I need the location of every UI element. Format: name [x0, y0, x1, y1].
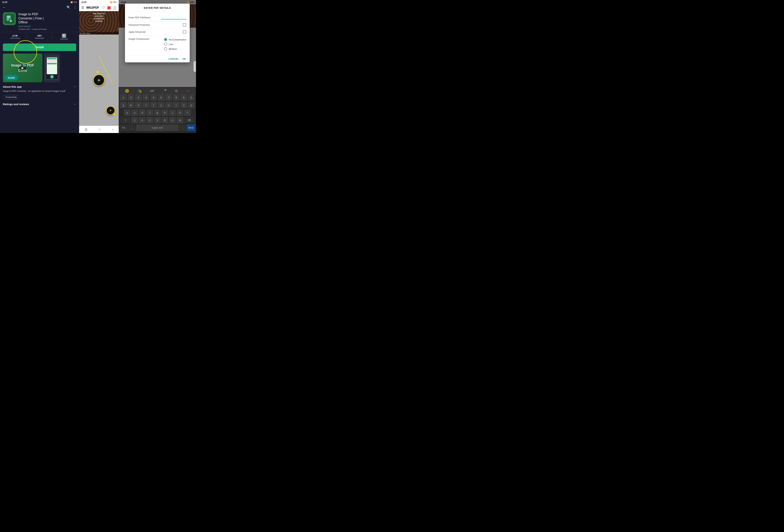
- about-title: About this app: [3, 85, 22, 88]
- gray-area: + +: [79, 34, 119, 126]
- downloads-value: 1M+: [27, 34, 52, 37]
- stat-rating: 4.3★ 13K reviews: [3, 34, 27, 39]
- filename-input[interactable]: [161, 16, 186, 20]
- nav-home-p2[interactable]: ○: [99, 128, 101, 131]
- app-developer[interactable]: DLM Infosoft: [18, 25, 76, 28]
- productivity-tag[interactable]: Productivity: [3, 95, 20, 99]
- pdf-details-dialog: ENTER PDF DETAILS Enter PDF FileName: Pa…: [125, 4, 190, 62]
- thumb-screen: [47, 57, 57, 74]
- back-icon[interactable]: ←: [2, 6, 6, 9]
- radio-inner-no-compression: [165, 39, 167, 40]
- share-icon-p2[interactable]: 🟥: [107, 6, 111, 9]
- status-icons-panel1: 📶 71%: [71, 1, 77, 3]
- side-handle[interactable]: [194, 61, 196, 72]
- more-options-icon[interactable]: ⋮: [73, 5, 77, 9]
- battery-panel1: 71%: [73, 1, 77, 3]
- compression-section: Image Compression No Compression L: [129, 35, 186, 53]
- statusbar-panel2: 12:29 📶 70%: [79, 0, 119, 4]
- thumb-phone: +: [46, 56, 58, 80]
- screenshot-install-label: Install: [5, 75, 18, 81]
- wifi-icon-p2: 📶: [110, 1, 112, 3]
- fab-plus-icon: +: [97, 77, 101, 84]
- fab-main-button[interactable]: +: [93, 75, 105, 86]
- rating-value: 4.3★: [3, 34, 27, 37]
- about-body: Image to PDF Converter - An application …: [3, 90, 76, 93]
- toolbar-panel2: ☰ IMG2PDF 🛡 🟥 📋: [79, 4, 119, 11]
- ratings-header: Ratings and reviews →: [3, 102, 76, 106]
- password-row: Password Protection: [129, 21, 186, 28]
- filename-row: Enter PDF FileName:: [129, 14, 186, 21]
- battery-panel2: 70%: [113, 1, 116, 3]
- img2pdf-panel: 12:29 📶 70% ☰ IMG2PDF 🛡 🟥 📋 THE ROAD TOS…: [79, 0, 119, 133]
- ratings-title: Ratings and reviews: [3, 102, 29, 106]
- radio-circle-medium: [164, 47, 167, 51]
- app-header: Image to PDFConverter | Free |Offline DL…: [0, 10, 79, 32]
- screenshot-text: Image to PDFConv: [11, 63, 34, 73]
- cancel-button[interactable]: CANCEL: [168, 58, 179, 60]
- radio-label-medium: Medium: [169, 48, 177, 50]
- radio-no-compression[interactable]: No Compression: [164, 37, 186, 42]
- image-overlay-text: THE ROAD TOSUCCESSIS PAVED INCOFFEE: [79, 12, 119, 23]
- greyscale-label: Apply Greyscale: [129, 31, 183, 33]
- wifi-icon: 📶: [71, 1, 73, 3]
- svg-rect-2: [7, 17, 9, 18]
- radio-medium[interactable]: Medium: [164, 47, 186, 51]
- everyone-label: Everyone: [52, 38, 76, 40]
- greyscale-row: Apply Greyscale: [129, 28, 186, 35]
- screenshots-row: Image to PDFConv ▶ Install +: [0, 54, 79, 82]
- ratings-section: Ratings and reviews →: [0, 101, 79, 107]
- install-section: Install: [3, 43, 76, 51]
- thumb-fab: +: [50, 75, 54, 79]
- app-title: Image to PDFConverter | Free |Offline: [18, 12, 76, 25]
- time-panel1: 12:28: [2, 1, 7, 3]
- about-header: About this app →: [3, 85, 76, 89]
- radio-label-low: Low: [169, 43, 173, 46]
- statusbar-panel1: 12:28 📶 71%: [0, 0, 79, 4]
- copy-icon-p2[interactable]: 📋: [113, 6, 116, 9]
- play-store-panel: 12:28 📶 71% ← 🔍 ⋮ Imag: [0, 0, 79, 133]
- dot-yellow-bottom: [113, 113, 115, 115]
- dialog-actions: CANCEL OK: [125, 55, 190, 62]
- dialog-overlay: ENTER PDF DETAILS Enter PDF FileName: Pa…: [119, 0, 196, 133]
- greyscale-checkbox[interactable]: [183, 30, 186, 33]
- radio-low[interactable]: Low: [164, 42, 186, 47]
- app-meta: Contains ads · In-app purchases: [18, 28, 76, 30]
- image-label: FB_IMG_16013...: [79, 32, 119, 34]
- dialog-keyboard-panel: 12:29 📶 70% ENTER PDF DETAILS Enter PDF …: [119, 0, 196, 133]
- dialog-body: Enter PDF FileName: Password Protection …: [125, 12, 190, 55]
- screenshot-thumb[interactable]: +: [44, 54, 60, 82]
- dot-yellow-top: [97, 71, 99, 73]
- nav-menu-p2[interactable]: |||: [85, 128, 87, 131]
- app-icon-wrapper: [3, 12, 16, 25]
- shield-icon-p2[interactable]: 🛡: [102, 6, 105, 9]
- about-section: About this app → Image to PDF Converter …: [0, 82, 79, 94]
- ok-button[interactable]: OK: [183, 58, 186, 60]
- nav-right: 🔍 ⋮: [66, 5, 77, 9]
- toolbar-title-p2: IMG2PDF: [86, 6, 100, 9]
- stats-row: 4.3★ 13K reviews 1M+ Downloads E Everyon…: [0, 32, 79, 42]
- nav-back-p2[interactable]: ‹: [112, 128, 113, 131]
- dialog-title: ENTER PDF DETAILS: [125, 4, 190, 12]
- about-arrow[interactable]: →: [73, 85, 76, 89]
- ratings-arrow[interactable]: →: [73, 102, 76, 106]
- nav-bar-panel1: ← 🔍 ⋮: [0, 4, 79, 10]
- nav-bar-panel2: ||| ○ ‹: [79, 126, 119, 133]
- compression-options: No Compression Low Medium: [164, 37, 186, 51]
- reviews-label: 13K reviews: [3, 37, 27, 39]
- status-icons-panel2: 📶 70%: [110, 1, 116, 3]
- filename-label: Enter PDF FileName:: [129, 16, 161, 19]
- time-panel2: 12:29: [81, 1, 86, 3]
- search-icon[interactable]: 🔍: [66, 5, 71, 9]
- app-info: Image to PDFConverter | Free |Offline DL…: [18, 12, 76, 30]
- downloads-label: Downloads: [27, 37, 52, 39]
- panel2-image: THE ROAD TOSUCCESSIS PAVED INCOFFEE 1 FB…: [79, 11, 119, 34]
- install-button[interactable]: Install: [3, 43, 76, 51]
- password-checkbox[interactable]: [183, 23, 186, 26]
- stat-downloads: 1M+ Downloads: [27, 34, 52, 39]
- app-icon: [4, 14, 15, 24]
- tag-row: Productivity: [0, 94, 79, 101]
- fab-secondary-plus-icon: +: [110, 108, 112, 113]
- screenshot-main[interactable]: Image to PDFConv ▶ Install: [3, 54, 43, 82]
- menu-icon-p2[interactable]: ☰: [81, 6, 84, 10]
- radio-label-no-compression: No Compression: [169, 38, 186, 41]
